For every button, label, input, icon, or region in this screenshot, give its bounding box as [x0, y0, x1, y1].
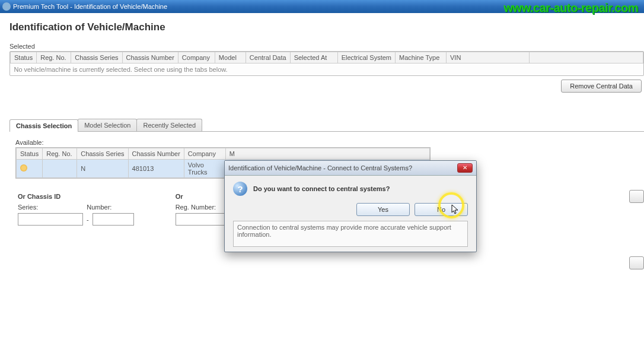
- window-title: Premium Tech Tool - Identification of Ve…: [13, 3, 167, 10]
- acol-company[interactable]: Company: [184, 148, 225, 160]
- col-model[interactable]: Model: [215, 52, 246, 64]
- acol-model[interactable]: M: [225, 148, 429, 160]
- tab-model-selection[interactable]: Model Selection: [78, 119, 137, 131]
- selected-label: Selected: [9, 43, 644, 50]
- series-label: Series:: [18, 204, 38, 211]
- watermark: www.car-auto-repair.com: [503, 1, 638, 15]
- acol-chassis-number[interactable]: Chassis Number: [128, 148, 184, 160]
- series-input[interactable]: [18, 213, 83, 226]
- app-icon: [2, 2, 11, 11]
- available-label: Available:: [15, 139, 644, 146]
- side-button-1[interactable]: [629, 190, 644, 203]
- col-selected-at[interactable]: Selected At: [290, 52, 337, 64]
- acol-status[interactable]: Status: [17, 148, 43, 160]
- question-icon: ?: [233, 182, 247, 196]
- yes-button[interactable]: Yes: [356, 203, 410, 216]
- tabs: Chassis Selection Model Selection Recent…: [9, 119, 644, 131]
- remove-central-data-button[interactable]: Remove Central Data: [561, 80, 642, 93]
- acol-chassis-series[interactable]: Chassis Series: [77, 148, 128, 160]
- connect-dialog: Identification of Vehicle/Machine - Conn…: [224, 160, 477, 252]
- col-vin[interactable]: VIN: [446, 52, 529, 64]
- cell-reg: [43, 160, 77, 178]
- col-central-data[interactable]: Central Data: [246, 52, 290, 64]
- col-status[interactable]: Status: [11, 52, 37, 64]
- selected-table: Status Reg. No. Chassis Series Chassis N…: [9, 51, 644, 76]
- number-input[interactable]: [93, 213, 134, 226]
- cell-company: Volvo Trucks: [184, 160, 225, 178]
- or-chassis-id: Or Chassis ID Series: Number: -: [18, 193, 134, 228]
- tab-chassis-selection[interactable]: Chassis Selection: [9, 119, 78, 132]
- close-icon[interactable]: ✕: [457, 163, 473, 173]
- dialog-title-bar[interactable]: Identification of Vehicle/Machine - Conn…: [225, 161, 476, 176]
- reg-number-label: Reg. Number:: [176, 204, 216, 211]
- col-electrical-system[interactable]: Electrical System: [337, 52, 395, 64]
- page-title: Identification of Vehicle/Machine: [9, 21, 644, 33]
- or-chassis-title: Or Chassis ID: [18, 193, 134, 200]
- selected-empty-message: No vehicle/machine is currently selected…: [11, 64, 643, 76]
- col-machine-type[interactable]: Machine Type: [395, 52, 446, 64]
- tab-recently-selected[interactable]: Recently Selected: [136, 119, 202, 131]
- cell-number: 481013: [128, 160, 184, 178]
- dialog-info: Connection to central systems may provid…: [233, 221, 468, 247]
- number-label: Number:: [87, 204, 111, 211]
- acol-reg-no[interactable]: Reg. No.: [43, 148, 77, 160]
- col-chassis-number[interactable]: Chassis Number: [122, 52, 178, 64]
- col-empty: [529, 52, 643, 64]
- cell-status: [17, 160, 43, 178]
- dialog-title: Identification of Vehicle/Machine - Conn…: [228, 164, 412, 172]
- col-company[interactable]: Company: [178, 52, 215, 64]
- dash: -: [87, 216, 89, 223]
- side-button-2[interactable]: [629, 256, 644, 269]
- col-reg-no[interactable]: Reg. No.: [37, 52, 71, 64]
- col-chassis-series[interactable]: Chassis Series: [71, 52, 122, 64]
- cell-series: N: [77, 160, 128, 178]
- dialog-message: Do you want to connect to central system…: [253, 185, 390, 192]
- status-icon: [20, 164, 27, 172]
- no-button[interactable]: No: [415, 203, 468, 216]
